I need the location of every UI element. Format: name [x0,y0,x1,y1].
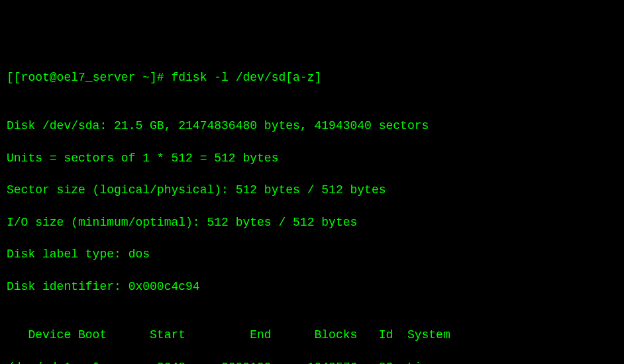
partition-row-sda1: /dev/sda1 * 2048 2099199 1048576 83 Linu… [7,359,617,364]
sda-units: Units = sectors of 1 * 512 = 512 bytes [7,150,617,166]
sda-identifier: Disk identifier: 0x000c4c94 [7,279,617,295]
terminal-line-prompt1: [[root@oel7_server ~]# fdisk -l /dev/sd[… [7,69,617,85]
shell-prompt: [root@oel7_server ~]# [14,71,172,84]
command-text: fdisk -l /dev/sd[a-z] [171,71,321,84]
partition-table-header: Device Boot Start End Blocks Id System [7,327,617,343]
sda-disk-header: Disk /dev/sda: 21.5 GB, 21474836480 byte… [7,118,617,134]
sda-sector-size: Sector size (logical/physical): 512 byte… [7,182,617,198]
sda-io-size: I/O size (minimum/optimal): 512 bytes / … [7,214,617,230]
prompt-open-bracket: [ [7,71,14,84]
sda-label-type: Disk label type: dos [7,246,617,262]
